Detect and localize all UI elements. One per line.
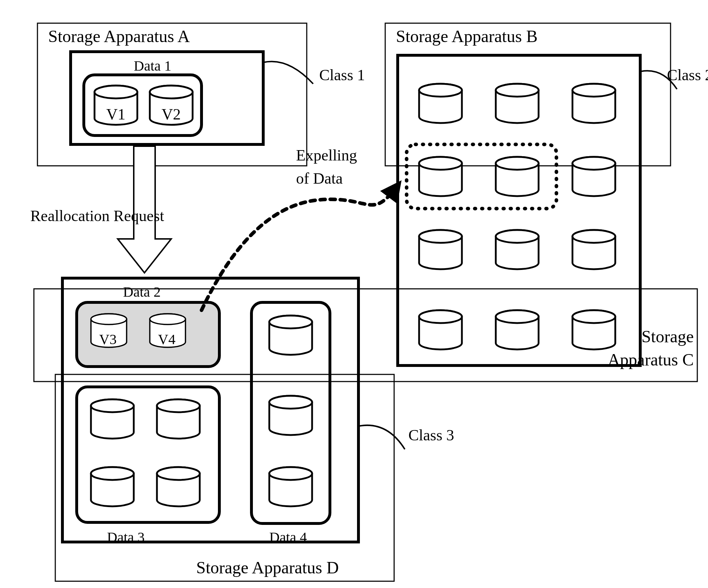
cylinder-icon xyxy=(572,310,615,349)
apparatus-b-label: Storage Apparatus B xyxy=(396,27,538,46)
class2-label: Class 2 xyxy=(667,66,708,84)
cylinder-icon xyxy=(157,467,200,506)
apparatus-c-label-line2: Apparatus C xyxy=(608,350,694,369)
cylinder-icon xyxy=(496,157,539,196)
storage-diagram: Storage Apparatus A Class 1 Data 1 V1 V2… xyxy=(0,0,708,588)
cylinder-icon xyxy=(496,84,539,123)
v2-label: V2 xyxy=(162,106,181,123)
apparatus-d-label: Storage Apparatus D xyxy=(196,558,339,577)
reallocation-label: Reallocation Request xyxy=(30,207,164,225)
cylinder-icon xyxy=(419,230,462,269)
class1-leader xyxy=(263,62,313,84)
cylinder-icon xyxy=(572,157,615,196)
apparatus-a-label: Storage Apparatus A xyxy=(48,27,190,46)
cylinder-icon xyxy=(91,399,134,439)
v3-label: V3 xyxy=(99,331,117,347)
v4-label: V4 xyxy=(158,331,175,347)
apparatus-c-label-line1: Storage xyxy=(641,327,694,346)
expelling-label-line2: of Data xyxy=(296,170,343,187)
cylinder-icon xyxy=(91,467,134,506)
cylinder-icon xyxy=(269,467,312,506)
data2-label: Data 2 xyxy=(123,284,161,300)
cylinder-icon xyxy=(419,84,462,123)
expelling-arrow xyxy=(202,185,398,310)
cylinder-icon xyxy=(269,396,312,435)
cylinder-icon xyxy=(572,84,615,123)
cylinder-icon xyxy=(496,230,539,269)
expelling-label-line1: Expelling xyxy=(296,147,357,164)
class1-label: Class 1 xyxy=(319,66,365,84)
cylinder-icon xyxy=(496,310,539,349)
cylinder-icon xyxy=(419,310,462,349)
cylinder-icon xyxy=(572,230,615,269)
data1-label: Data 1 xyxy=(134,58,172,74)
class3-leader xyxy=(358,425,405,449)
data3-label: Data 3 xyxy=(107,529,145,545)
cylinder-icon xyxy=(269,316,312,355)
cylinder-icon xyxy=(157,399,200,439)
v1-label: V1 xyxy=(106,106,126,123)
cylinder-icon xyxy=(419,157,462,196)
class3-label: Class 3 xyxy=(408,426,454,444)
data4-label: Data 4 xyxy=(269,529,307,545)
